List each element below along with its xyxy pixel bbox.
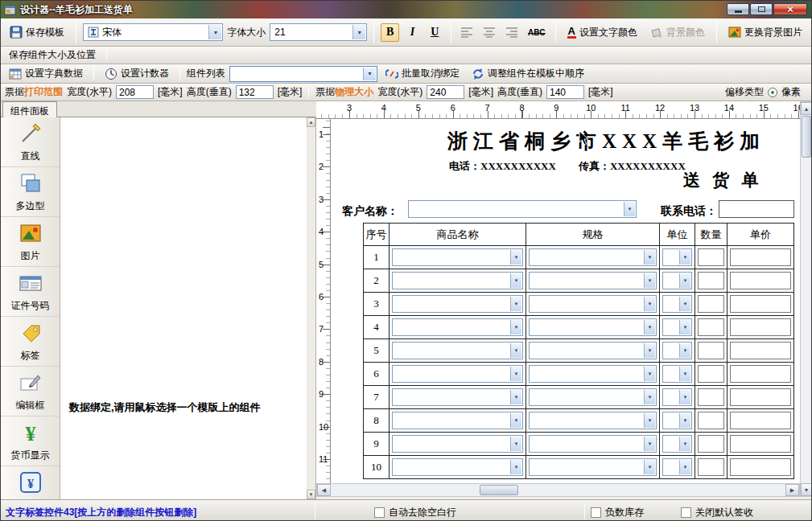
- spec-combo[interactable]: ▼: [529, 388, 657, 406]
- unit-combo[interactable]: ▼: [662, 412, 692, 429]
- chevron-down-icon[interactable]: ▼: [644, 413, 655, 428]
- chevron-down-icon[interactable]: ▼: [510, 273, 521, 288]
- spec-combo[interactable]: ▼: [529, 412, 657, 429]
- chevron-down-icon[interactable]: ▼: [679, 413, 690, 428]
- spec-combo[interactable]: ▼: [529, 342, 657, 359]
- unit-combo[interactable]: ▼: [662, 365, 692, 383]
- column-header[interactable]: 单位: [660, 224, 695, 246]
- horizontal-scrollbar[interactable]: ◀ ▶: [316, 483, 800, 497]
- adjust-order-button[interactable]: 调整组件在模板中顺序: [468, 65, 588, 82]
- spec-combo[interactable]: ▼: [529, 365, 657, 383]
- scroll-down-icon[interactable]: ▼: [307, 490, 315, 499]
- unit-price-input[interactable]: [730, 388, 791, 406]
- chevron-down-icon[interactable]: ▼: [352, 25, 365, 39]
- unit-combo[interactable]: ▼: [662, 388, 692, 406]
- chevron-down-icon[interactable]: ▼: [644, 250, 655, 265]
- unit-price-input[interactable]: [730, 318, 791, 336]
- minimize-button[interactable]: [727, 3, 749, 15]
- chevron-down-icon[interactable]: ▼: [363, 68, 376, 80]
- chevron-down-icon[interactable]: ▼: [679, 367, 690, 381]
- chevron-down-icon[interactable]: ▼: [208, 25, 221, 39]
- background-color-button[interactable]: 背景颜色: [646, 23, 710, 42]
- component-list-combo[interactable]: ▼: [229, 66, 377, 82]
- chevron-down-icon[interactable]: ▼: [679, 460, 690, 474]
- chevron-down-icon[interactable]: ▼: [679, 437, 690, 451]
- chevron-down-icon[interactable]: ▼: [510, 413, 521, 428]
- spec-combo[interactable]: ▼: [529, 458, 657, 476]
- checkbox-icon[interactable]: [681, 507, 691, 518]
- save-size-position-button[interactable]: 保存组件大小及位置: [5, 47, 100, 64]
- unit-combo[interactable]: ▼: [662, 318, 692, 336]
- chevron-down-icon[interactable]: ▼: [510, 297, 521, 311]
- product-name-combo[interactable]: ▼: [392, 412, 523, 429]
- scroll-up-icon[interactable]: ▲: [307, 117, 315, 127]
- chevron-down-icon[interactable]: ▼: [510, 460, 521, 474]
- chevron-down-icon[interactable]: ▼: [679, 250, 690, 265]
- tab-component-panel[interactable]: 组件面板: [2, 101, 57, 117]
- customer-name-combo[interactable]: ▼: [408, 200, 637, 218]
- chevron-down-icon[interactable]: ▼: [679, 343, 690, 358]
- product-name-combo[interactable]: ▼: [392, 318, 523, 336]
- chevron-down-icon[interactable]: ▼: [644, 367, 655, 381]
- tool-polygon[interactable]: 多边型: [1, 167, 60, 217]
- tool-currency-display[interactable]: ¥货币显示: [1, 416, 60, 466]
- scroll-down-icon[interactable]: ▼: [801, 483, 812, 496]
- chevron-down-icon[interactable]: ▼: [644, 273, 655, 288]
- scroll-right-icon[interactable]: ▶: [785, 484, 799, 496]
- set-counter-button[interactable]: 设置计数器: [101, 65, 173, 82]
- maximize-button[interactable]: [750, 3, 773, 15]
- spec-combo[interactable]: ▼: [529, 295, 657, 313]
- set-text-color-button[interactable]: A 设置文字颜色: [563, 23, 642, 42]
- print-width-input[interactable]: [116, 85, 154, 99]
- quantity-input[interactable]: [698, 458, 724, 476]
- unit-price-input[interactable]: [730, 295, 791, 313]
- chevron-down-icon[interactable]: ▼: [679, 390, 690, 404]
- chevron-down-icon[interactable]: ▼: [644, 390, 655, 404]
- quantity-input[interactable]: [698, 388, 724, 406]
- phone-label[interactable]: 电话：XXXXXXXXXX: [449, 159, 556, 174]
- quantity-input[interactable]: [698, 295, 724, 313]
- h-scroll-thumb[interactable]: [480, 485, 518, 495]
- underline-button[interactable]: U: [426, 23, 444, 42]
- unit-price-input[interactable]: [730, 248, 791, 266]
- chevron-down-icon[interactable]: ▼: [510, 390, 521, 404]
- chevron-down-icon[interactable]: ▼: [644, 343, 655, 358]
- tool-id-number[interactable]: 证件号码: [1, 267, 60, 317]
- unit-combo[interactable]: ▼: [662, 248, 692, 266]
- chevron-down-icon[interactable]: ▼: [679, 273, 690, 288]
- close-default-sign-checkbox[interactable]: 关闭默认签收: [681, 506, 753, 519]
- quantity-input[interactable]: [698, 435, 724, 453]
- product-name-combo[interactable]: ▼: [392, 388, 523, 406]
- change-background-image-button[interactable]: 更换背景图片: [723, 23, 807, 42]
- scroll-up-icon[interactable]: ▲: [801, 102, 812, 115]
- checkbox-icon[interactable]: [591, 507, 601, 518]
- checkbox-icon[interactable]: [374, 507, 385, 518]
- save-template-button[interactable]: 保存模板: [5, 23, 69, 42]
- spec-combo[interactable]: ▼: [529, 318, 657, 336]
- strikethrough-button[interactable]: ABC: [525, 26, 549, 39]
- column-header[interactable]: 商品名称: [390, 224, 526, 246]
- tool-image[interactable]: 图片: [1, 217, 60, 267]
- unit-price-input[interactable]: [730, 458, 791, 476]
- customer-name-label[interactable]: 客户名称：: [342, 204, 398, 219]
- spec-combo[interactable]: ▼: [529, 272, 657, 289]
- product-name-combo[interactable]: ▼: [392, 248, 523, 266]
- chevron-down-icon[interactable]: ▼: [644, 437, 655, 451]
- tool-tag[interactable]: 标签: [1, 317, 60, 367]
- chevron-down-icon[interactable]: ▼: [679, 297, 690, 311]
- tool-line[interactable]: 直线: [1, 117, 60, 167]
- tool-currency-input[interactable]: ¥货币输入: [1, 466, 60, 499]
- template-canvas[interactable]: 浙江省桐乡市XXX羊毛衫加 电话：XXXXXXXXXX 传真：XXXXXXXXX…: [331, 119, 800, 483]
- product-name-combo[interactable]: ▼: [392, 342, 523, 359]
- close-button[interactable]: [773, 3, 807, 15]
- quantity-input[interactable]: [698, 365, 724, 383]
- spec-combo[interactable]: ▼: [529, 248, 657, 266]
- contact-phone-input[interactable]: [719, 200, 794, 218]
- align-left-button[interactable]: [458, 23, 476, 42]
- physical-width-input[interactable]: [427, 85, 464, 99]
- scroll-left-icon[interactable]: ◀: [317, 484, 331, 496]
- chevron-down-icon[interactable]: ▼: [510, 250, 521, 265]
- print-height-input[interactable]: [236, 85, 274, 99]
- chevron-down-icon[interactable]: ▼: [510, 367, 521, 381]
- unit-price-input[interactable]: [730, 412, 791, 429]
